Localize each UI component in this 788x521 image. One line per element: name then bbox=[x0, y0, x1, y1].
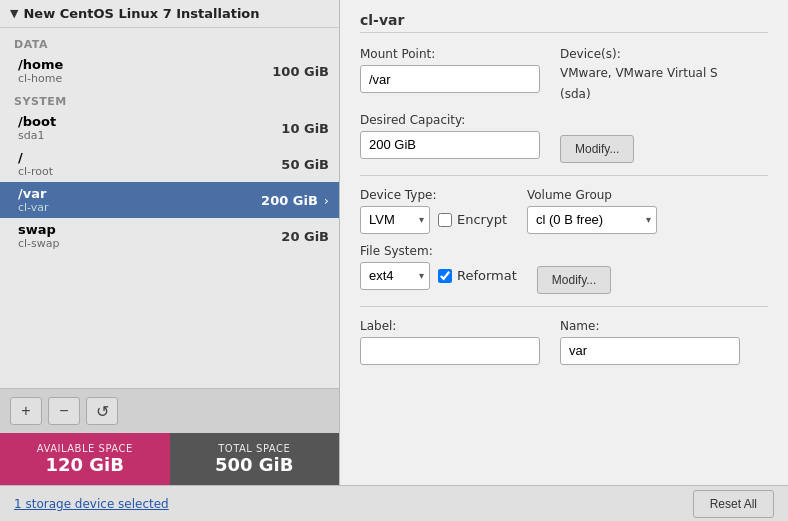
modify-button-2[interactable]: Modify... bbox=[537, 266, 611, 294]
filesystem-select[interactable]: ext4 bbox=[360, 262, 430, 290]
mount-point-label: Mount Point: bbox=[360, 47, 540, 61]
modify-btn-1-group: Modify... bbox=[560, 113, 634, 163]
tree-title: New CentOS Linux 7 Installation bbox=[23, 6, 259, 21]
mount-sub-var: cl-var bbox=[18, 201, 49, 214]
devices-group: Device(s): VMware, VMware Virtual S (sda… bbox=[560, 47, 768, 103]
filesystem-inline: ext4 ▾ Reformat bbox=[360, 262, 517, 290]
modify-button-1[interactable]: Modify... bbox=[560, 135, 634, 163]
label-group: Label: bbox=[360, 319, 540, 365]
mount-size-home: 100 GiB bbox=[272, 64, 329, 79]
reset-all-button[interactable]: Reset All bbox=[693, 490, 774, 518]
reformat-label[interactable]: Reformat bbox=[457, 268, 517, 283]
tree-collapse-arrow[interactable]: ▼ bbox=[10, 7, 18, 20]
desired-capacity-group: Desired Capacity: bbox=[360, 113, 540, 159]
row-filesystem-modify: File System: ext4 ▾ Reformat Modify... bbox=[360, 244, 768, 294]
mount-left-home: /home cl-home bbox=[18, 57, 63, 85]
name-input[interactable] bbox=[560, 337, 740, 365]
left-panel: ▼ New CentOS Linux 7 Installation DATA /… bbox=[0, 0, 340, 485]
tree-body: DATA /home cl-home 100 GiB SYSTEM /boot … bbox=[0, 28, 339, 388]
add-button[interactable]: + bbox=[10, 397, 42, 425]
mount-item-root[interactable]: / cl-root 50 GiB bbox=[0, 146, 339, 182]
label-label: Label: bbox=[360, 319, 540, 333]
mount-name-root: / bbox=[18, 150, 53, 165]
device-type-label: Device Type: bbox=[360, 188, 507, 202]
mount-size-root: 50 GiB bbox=[281, 157, 329, 172]
mount-sub-home: cl-home bbox=[18, 72, 63, 85]
mount-name-boot: /boot bbox=[18, 114, 56, 129]
space-total: TOTAL SPACE 500 GiB bbox=[170, 433, 340, 485]
divider-1 bbox=[360, 175, 768, 176]
section-system-label: SYSTEM bbox=[0, 89, 339, 110]
volume-group-wrap: cl (0 B free) ▾ bbox=[527, 206, 657, 234]
footer: 1 storage device selected Reset All bbox=[0, 485, 788, 521]
detail-title: cl-var bbox=[360, 12, 768, 33]
mount-size-swap: 20 GiB bbox=[281, 229, 329, 244]
mount-left-boot: /boot sda1 bbox=[18, 114, 56, 142]
mount-size-var: 200 GiB bbox=[261, 193, 318, 208]
desired-capacity-label: Desired Capacity: bbox=[360, 113, 540, 127]
modify-btn-2-group: Modify... bbox=[537, 244, 611, 294]
mount-item-boot[interactable]: /boot sda1 10 GiB bbox=[0, 110, 339, 146]
label-input[interactable] bbox=[360, 337, 540, 365]
mount-sub-boot: sda1 bbox=[18, 129, 56, 142]
tree-header: ▼ New CentOS Linux 7 Installation bbox=[0, 0, 339, 28]
volume-group-group: Volume Group cl (0 B free) ▾ bbox=[527, 188, 657, 234]
name-group: Name: bbox=[560, 319, 740, 365]
mount-left-var: /var cl-var bbox=[18, 186, 49, 214]
row-capacity-modify: Desired Capacity: Modify... bbox=[360, 113, 768, 163]
mount-sub-root: cl-root bbox=[18, 165, 53, 178]
name-label: Name: bbox=[560, 319, 740, 333]
mount-left-swap: swap cl-swap bbox=[18, 222, 60, 250]
refresh-button[interactable]: ↺ bbox=[86, 397, 118, 425]
mount-point-group: Mount Point: bbox=[360, 47, 540, 93]
desired-capacity-input[interactable] bbox=[360, 131, 540, 159]
right-panel: cl-var Mount Point: Device(s): VMware, V… bbox=[340, 0, 788, 485]
row-device-type-volume: Device Type: LVM ▾ Encrypt Volume Group bbox=[360, 188, 768, 234]
row-mount-devices: Mount Point: Device(s): VMware, VMware V… bbox=[360, 47, 768, 103]
device-type-select-wrap: LVM ▾ bbox=[360, 206, 430, 234]
volume-group-label: Volume Group bbox=[527, 188, 657, 202]
row-label-name: Label: Name: bbox=[360, 319, 768, 365]
device-type-select[interactable]: LVM bbox=[360, 206, 430, 234]
devices-text-line2: (sda) bbox=[560, 86, 768, 103]
storage-device-link[interactable]: 1 storage device selected bbox=[14, 497, 169, 511]
devices-label: Device(s): bbox=[560, 47, 768, 61]
volume-select-wrap: cl (0 B free) ▾ bbox=[527, 206, 657, 234]
space-available: AVAILABLE SPACE 120 GiB bbox=[0, 433, 170, 485]
filesystem-label: File System: bbox=[360, 244, 517, 258]
mount-sub-swap: cl-swap bbox=[18, 237, 60, 250]
device-type-group: Device Type: LVM ▾ Encrypt bbox=[360, 188, 507, 234]
mount-point-input[interactable] bbox=[360, 65, 540, 93]
device-type-inline: LVM ▾ Encrypt bbox=[360, 206, 507, 234]
chevron-right-icon: › bbox=[324, 193, 329, 208]
devices-text-line1: VMware, VMware Virtual S bbox=[560, 65, 768, 82]
mount-name-swap: swap bbox=[18, 222, 60, 237]
filesystem-group: File System: ext4 ▾ Reformat bbox=[360, 244, 517, 290]
mount-name-home: /home bbox=[18, 57, 63, 72]
total-value: 500 GiB bbox=[215, 454, 294, 475]
available-value: 120 GiB bbox=[45, 454, 124, 475]
mount-item-var[interactable]: /var cl-var 200 GiB › bbox=[0, 182, 339, 218]
mount-item-swap[interactable]: swap cl-swap 20 GiB bbox=[0, 218, 339, 254]
reformat-checkbox[interactable] bbox=[438, 269, 452, 283]
divider-2 bbox=[360, 306, 768, 307]
available-label: AVAILABLE SPACE bbox=[37, 443, 133, 454]
remove-button[interactable]: − bbox=[48, 397, 80, 425]
mount-size-boot: 10 GiB bbox=[281, 121, 329, 136]
volume-group-select[interactable]: cl (0 B free) bbox=[527, 206, 657, 234]
encrypt-checkbox-wrap: Encrypt bbox=[438, 212, 507, 227]
filesystem-select-wrap: ext4 ▾ bbox=[360, 262, 430, 290]
mount-item-home[interactable]: /home cl-home 100 GiB bbox=[0, 53, 339, 89]
mount-size-wrap-var: 200 GiB › bbox=[261, 193, 329, 208]
section-data-label: DATA bbox=[0, 32, 339, 53]
left-toolbar: + − ↺ bbox=[0, 388, 339, 433]
encrypt-checkbox[interactable] bbox=[438, 213, 452, 227]
encrypt-label[interactable]: Encrypt bbox=[457, 212, 507, 227]
reformat-checkbox-wrap: Reformat bbox=[438, 268, 517, 283]
mount-left-root: / cl-root bbox=[18, 150, 53, 178]
total-label: TOTAL SPACE bbox=[218, 443, 290, 454]
mount-name-var: /var bbox=[18, 186, 49, 201]
space-bar: AVAILABLE SPACE 120 GiB TOTAL SPACE 500 … bbox=[0, 433, 339, 485]
